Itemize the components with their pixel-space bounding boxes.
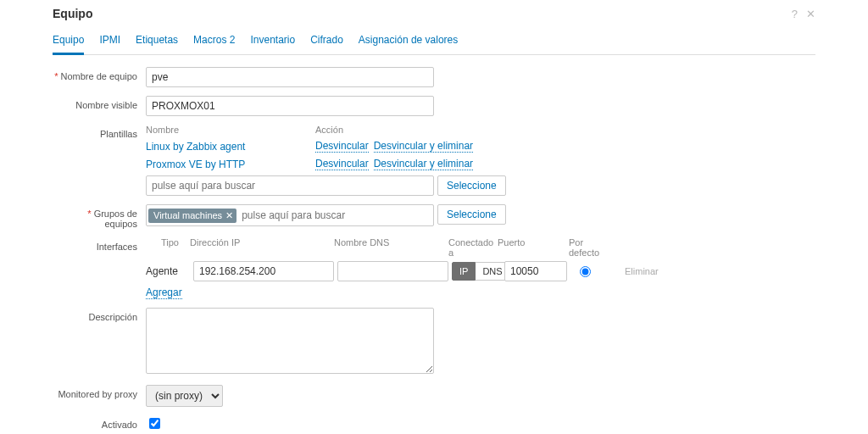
iface-ip-input[interactable]: [193, 261, 334, 281]
group-tag[interactable]: Virtual machines ✕: [148, 209, 236, 223]
iface-head-port: Puerto: [498, 237, 564, 258]
enabled-checkbox[interactable]: [149, 418, 160, 429]
iface-dns-input[interactable]: [337, 261, 448, 281]
visible-name-input[interactable]: [146, 96, 434, 116]
help-icon[interactable]: ?: [792, 8, 798, 20]
label-description: Descripción: [53, 308, 146, 322]
iface-head-dns: Nombre DNS: [334, 237, 448, 258]
iface-default-radio[interactable]: [580, 266, 591, 277]
dialog-title: Equipo: [53, 7, 92, 20]
templates-head-name: Nombre: [146, 125, 315, 135]
template-unlink-1[interactable]: Desvincular: [315, 158, 369, 170]
label-enabled: Activado: [53, 415, 146, 430]
group-tag-label: Virtual machines: [153, 210, 222, 220]
label-templates: Plantillas: [53, 125, 146, 139]
proxy-select[interactable]: (sin proxy): [146, 385, 223, 407]
label-proxy: Monitored by proxy: [53, 385, 146, 399]
template-unlink-clear-0[interactable]: Desvincular y eliminar: [374, 140, 473, 153]
template-select-button[interactable]: Seleccione: [437, 175, 506, 196]
template-link-0[interactable]: Linux by Zabbix agent: [146, 141, 315, 153]
tab-asignacion[interactable]: Asignación de valores: [359, 34, 458, 54]
tab-cifrado[interactable]: Cifrado: [310, 34, 343, 54]
tab-inventario[interactable]: Inventario: [250, 34, 295, 54]
iface-remove-link: Eliminar: [625, 266, 659, 276]
tab-etiquetas[interactable]: Etiquetas: [136, 34, 178, 54]
iface-head-default: Por defecto: [564, 237, 615, 258]
iface-connect-toggle[interactable]: IP DNS: [452, 262, 501, 281]
tabs: Equipo IPMI Etiquetas Macros 2 Inventari…: [53, 34, 815, 55]
host-name-input[interactable]: [146, 67, 434, 87]
label-host-name: * Nombre de equipo: [53, 67, 146, 81]
iface-head-type: Tipo: [146, 237, 190, 258]
description-textarea[interactable]: [146, 308, 434, 374]
tab-macros[interactable]: Macros 2: [193, 34, 235, 54]
tab-ipmi[interactable]: IPMI: [99, 34, 120, 54]
template-unlink-0[interactable]: Desvincular: [315, 140, 369, 153]
iface-head-ip: Dirección IP: [190, 237, 334, 258]
label-visible-name: Nombre visible: [53, 96, 146, 110]
group-tag-input[interactable]: Virtual machines ✕: [146, 204, 434, 226]
close-icon[interactable]: ✕: [806, 8, 815, 20]
templates-head-action: Acción: [315, 125, 343, 135]
iface-add-link[interactable]: Agregar: [146, 287, 182, 299]
template-link-1[interactable]: Proxmox VE by HTTP: [146, 159, 315, 170]
iface-port-input[interactable]: [504, 261, 567, 281]
tab-equipo[interactable]: Equipo: [53, 34, 84, 55]
iface-connect-ip[interactable]: IP: [452, 262, 476, 281]
group-tag-remove-icon[interactable]: ✕: [225, 210, 233, 221]
template-search-input[interactable]: [146, 175, 434, 196]
iface-head-connect: Conectado a: [448, 237, 498, 258]
label-groups: * Grupos de equipos: [53, 204, 146, 229]
template-unlink-clear-1[interactable]: Desvincular y eliminar: [374, 158, 473, 170]
label-interfaces: Interfaces: [53, 237, 146, 252]
iface-type-label: Agente: [146, 265, 190, 277]
group-select-button[interactable]: Seleccione: [437, 204, 506, 225]
group-search-input[interactable]: [238, 207, 431, 224]
